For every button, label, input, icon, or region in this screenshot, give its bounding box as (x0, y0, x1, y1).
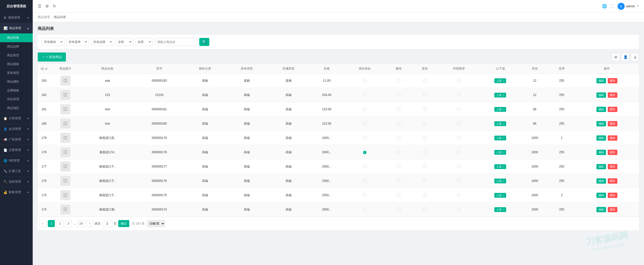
delete-button[interactable]: 删除 (608, 150, 617, 155)
earth-icon[interactable]: 🌐 (602, 4, 607, 9)
user-settings-button[interactable]: 👤 (621, 53, 629, 61)
delete-button[interactable]: 删除 (608, 92, 617, 98)
cell-v[interactable] (412, 117, 438, 131)
cell-detail[interactable] (438, 74, 480, 88)
cell-like[interactable] (344, 102, 386, 117)
sidebar-sub-product-brand[interactable]: 商品品牌 (0, 42, 33, 51)
cell-h[interactable] (386, 102, 412, 117)
column-settings-button[interactable]: ⊞ (612, 53, 620, 61)
cell-like[interactable] (344, 174, 386, 188)
page-19-button[interactable]: 19 (77, 220, 85, 227)
sidebar-sub-product-spec[interactable]: 商品规格 (0, 60, 33, 69)
cell-like[interactable] (344, 88, 386, 102)
sidebar-item-product-mgmt[interactable]: 📊 商品管理 ▲ (0, 23, 33, 33)
breadcrumb-product[interactable]: 商品管理 (38, 15, 50, 19)
refresh-icon[interactable]: ↻ (53, 4, 56, 9)
cell-h[interactable] (386, 117, 412, 131)
cell-v[interactable] (412, 88, 438, 102)
delete-button[interactable]: 删除 (608, 164, 617, 169)
cell-like[interactable] (344, 202, 386, 217)
cell-detail[interactable] (438, 145, 480, 160)
edit-button[interactable]: 编辑 (596, 193, 606, 198)
cell-detail[interactable] (438, 160, 480, 174)
cell-like[interactable] (344, 74, 386, 88)
status1-filter[interactable]: 全部 (116, 38, 133, 46)
sidebar-item-order[interactable]: 📋 订单管理 ▼ (0, 113, 33, 124)
sidebar-sub-product-attr[interactable]: 商品属性 (0, 77, 33, 86)
cell-h[interactable] (386, 188, 412, 202)
cell-v[interactable] (412, 174, 438, 188)
cell-h[interactable] (386, 160, 412, 174)
edit-button[interactable]: 编辑 (596, 78, 606, 83)
cell-v[interactable] (412, 74, 438, 88)
page-jump-input[interactable] (102, 220, 112, 227)
edit-button[interactable]: 编辑 (596, 178, 606, 184)
sidebar-item-ad[interactable]: 📢 广告管理 ▼ (0, 134, 33, 145)
delete-button[interactable]: 删除 (608, 107, 617, 112)
menu-filter[interactable]: 所有菜单 (66, 38, 89, 46)
page-1-button[interactable]: 1 (48, 220, 55, 227)
sidebar-sub-product-area[interactable]: 商品地区 (0, 104, 33, 113)
cell-v[interactable] (412, 160, 438, 174)
cell-h[interactable] (386, 174, 412, 188)
cell-detail[interactable] (438, 117, 480, 131)
sidebar-sub-freight-tmpl[interactable]: 运费模板 (0, 86, 33, 95)
sidebar-item-system[interactable]: ⚙ 系统管理 ▼ (0, 13, 33, 23)
cell-detail[interactable] (438, 102, 480, 117)
sidebar-item-we[interactable]: 🌐 WE管理 ▼ (0, 155, 33, 166)
page-3-button[interactable]: 3 (65, 220, 72, 227)
cell-detail[interactable] (438, 131, 480, 145)
cell-like[interactable]: ✓ (344, 145, 386, 160)
cell-v[interactable] (412, 102, 438, 117)
edit-button[interactable]: 编辑 (596, 135, 606, 141)
edit-button[interactable]: 编辑 (596, 207, 606, 212)
delete-button[interactable]: 删除 (608, 135, 617, 141)
sidebar-item-member[interactable]: 👤 会员管理 ▼ (0, 124, 33, 134)
cell-v[interactable] (412, 188, 438, 202)
menu-icon[interactable]: ☰ (38, 4, 41, 9)
cell-h[interactable] (386, 74, 412, 88)
edit-button[interactable]: 编辑 (596, 121, 606, 126)
delete-button[interactable]: 删除 (608, 207, 617, 212)
prev-page-button[interactable]: ‹ (39, 220, 46, 227)
edit-button[interactable]: 编辑 (596, 150, 606, 155)
cell-like[interactable] (344, 160, 386, 174)
cell-detail[interactable] (438, 174, 480, 188)
cell-h[interactable] (386, 88, 412, 102)
sidebar-sub-menu-type[interactable]: 菜单类型 (0, 69, 33, 77)
cell-detail[interactable] (438, 188, 480, 202)
settings-icon[interactable]: ⚙ (45, 4, 49, 9)
cell-h[interactable] (386, 145, 412, 160)
next-page-button[interactable]: › (86, 220, 93, 227)
page-2-button[interactable]: 2 (56, 220, 63, 227)
module-filter[interactable]: 所有模块 (42, 38, 64, 46)
expand-icon[interactable]: ⛶ (611, 4, 614, 8)
user-menu[interactable]: A admin ▼ (618, 3, 639, 10)
edit-button[interactable]: 编辑 (596, 164, 606, 169)
cell-v[interactable] (412, 131, 438, 145)
print-button[interactable]: 🖨 (631, 53, 639, 61)
sidebar-item-auction[interactable]: 🔨 拍卖管理 ▼ (0, 176, 33, 187)
cell-v[interactable] (412, 202, 438, 217)
cell-detail[interactable] (438, 202, 480, 217)
delete-button[interactable]: 删除 (608, 178, 617, 184)
edit-button[interactable]: 编辑 (596, 107, 606, 112)
sidebar-sub-product-list[interactable]: 商品列表 (0, 33, 33, 42)
search-input[interactable] (155, 38, 197, 46)
delete-button[interactable]: 删除 (608, 121, 617, 126)
edit-button[interactable]: 编辑 (596, 92, 606, 98)
sidebar-item-article[interactable]: 📄 文章管理 ▼ (0, 145, 33, 155)
delete-button[interactable]: 删除 (608, 78, 617, 83)
sidebar-item-finance[interactable]: 💰 财务管理 ▼ (0, 187, 33, 197)
cell-like[interactable] (344, 117, 386, 131)
per-page-select[interactable]: 10条/页 20条/页 50条/页 (147, 220, 165, 227)
cell-v[interactable] (412, 145, 438, 160)
search-button[interactable]: 🔍 (199, 38, 209, 46)
cell-h[interactable] (386, 202, 412, 217)
add-product-button[interactable]: ＋ + 添加商品 (38, 52, 66, 62)
brand-filter[interactable]: 所有品牌 (91, 38, 114, 46)
sidebar-sub-product-type[interactable]: 商品类型 (0, 51, 33, 60)
sidebar-item-tools[interactable]: 🔧 扩展工具 ▼ (0, 166, 33, 176)
sidebar-sub-comment[interactable]: 评论管理 (0, 95, 33, 104)
cell-detail[interactable] (438, 88, 480, 102)
